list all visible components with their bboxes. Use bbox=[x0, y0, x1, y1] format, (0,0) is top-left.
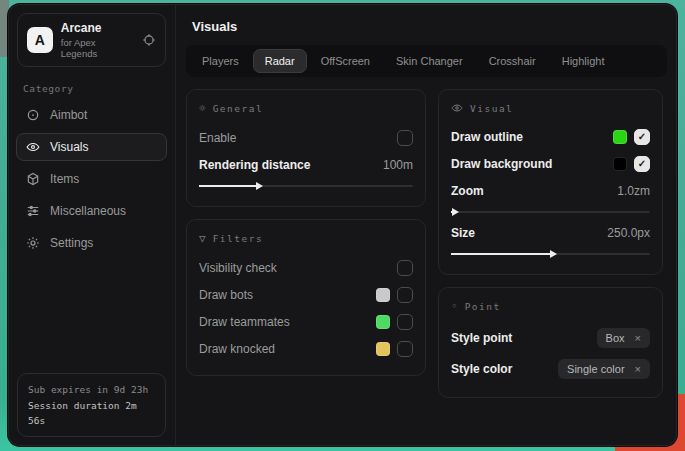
app-name: Arcane bbox=[61, 21, 134, 35]
zoom-label: Zoom bbox=[451, 184, 484, 198]
session-duration-text: Session duration 2m 56s bbox=[28, 398, 155, 428]
enable-label: Enable bbox=[199, 131, 236, 145]
size-slider[interactable] bbox=[451, 249, 650, 259]
rendering-distance-value: 100m bbox=[383, 158, 413, 172]
size-label: Size bbox=[451, 226, 475, 240]
close-icon[interactable]: × bbox=[635, 363, 641, 375]
style-color-value: Single color bbox=[567, 363, 624, 375]
app-window: A Arcane for Apex Legends Category Aimbo… bbox=[8, 4, 677, 446]
panel-title: Point bbox=[465, 301, 501, 312]
draw-outline-checkbox[interactable]: ✓ bbox=[634, 129, 650, 145]
check-icon: ✓ bbox=[638, 131, 646, 142]
crosshair-icon[interactable] bbox=[142, 33, 156, 47]
sidebar-item-label: Settings bbox=[50, 236, 93, 250]
draw-knocked-color-swatch[interactable] bbox=[376, 342, 390, 356]
sliders-icon bbox=[26, 204, 40, 218]
subscription-info-card: Sub expires in 9d 23h Session duration 2… bbox=[17, 373, 166, 437]
tab-crosshair[interactable]: Crosshair bbox=[477, 49, 548, 73]
content: ☼ General Enable Rendering distance 100m bbox=[176, 77, 677, 422]
tab-skin-changer[interactable]: Skin Changer bbox=[384, 49, 475, 73]
draw-teammates-label: Draw teammates bbox=[199, 315, 290, 329]
zoom-slider[interactable] bbox=[451, 207, 650, 217]
app-subtitle: for Apex Legends bbox=[61, 37, 134, 59]
panel-title: General bbox=[213, 103, 264, 114]
panel-title: Visual bbox=[470, 103, 513, 114]
style-point-value: Box bbox=[606, 332, 625, 344]
sidebar-item-label: Miscellaneous bbox=[50, 204, 126, 218]
sidebar-nav: Aimbot Visuals Items bbox=[8, 99, 175, 259]
draw-knocked-label: Draw knocked bbox=[199, 342, 275, 356]
size-value: 250.0px bbox=[607, 226, 650, 240]
visibility-check-label: Visibility check bbox=[199, 261, 277, 275]
draw-outline-color-swatch[interactable] bbox=[613, 130, 627, 144]
sidebar-item-settings[interactable]: Settings bbox=[16, 229, 167, 257]
tab-offscreen[interactable]: OffScreen bbox=[309, 49, 382, 73]
style-color-label: Style color bbox=[451, 362, 512, 376]
items-cube-icon bbox=[26, 172, 40, 186]
tab-highlight[interactable]: Highlight bbox=[550, 49, 617, 73]
aimbot-icon bbox=[26, 108, 40, 122]
sidebar-item-label: Visuals bbox=[50, 140, 88, 154]
category-label: Category bbox=[23, 83, 160, 94]
filters-panel: ▽ Filters Visibility check Draw bots bbox=[186, 219, 426, 376]
style-point-select[interactable]: Box × bbox=[597, 328, 650, 348]
main-area: Visuals Players Radar OffScreen Skin Cha… bbox=[176, 4, 677, 446]
close-icon[interactable]: × bbox=[635, 332, 641, 344]
style-point-label: Style point bbox=[451, 331, 512, 345]
draw-bots-color-swatch[interactable] bbox=[376, 288, 390, 302]
tab-bar: Players Radar OffScreen Skin Changer Cro… bbox=[186, 45, 667, 77]
sidebar-item-label: Aimbot bbox=[50, 108, 87, 122]
sidebar: A Arcane for Apex Legends Category Aimbo… bbox=[8, 4, 176, 446]
enable-checkbox[interactable] bbox=[397, 130, 413, 146]
visual-panel: Visual Draw outline ✓ Draw background bbox=[438, 89, 663, 275]
tab-players[interactable]: Players bbox=[190, 49, 251, 73]
page-title: Visuals bbox=[176, 4, 677, 45]
sidebar-item-miscellaneous[interactable]: Miscellaneous bbox=[16, 197, 167, 225]
app-logo: A bbox=[27, 27, 53, 53]
general-panel: ☼ General Enable Rendering distance 100m bbox=[186, 89, 426, 207]
point-panel: ◦ Point Style point Box × Style bbox=[438, 287, 663, 398]
tab-radar[interactable]: Radar bbox=[253, 49, 307, 73]
slider-thumb bbox=[550, 250, 557, 258]
sidebar-item-visuals[interactable]: Visuals bbox=[16, 133, 167, 161]
draw-teammates-checkbox[interactable] bbox=[397, 314, 413, 330]
general-gear-icon: ☼ bbox=[199, 102, 206, 115]
rendering-distance-slider[interactable] bbox=[199, 181, 413, 191]
draw-outline-label: Draw outline bbox=[451, 130, 523, 144]
visuals-icon bbox=[26, 140, 40, 154]
draw-background-label: Draw background bbox=[451, 157, 552, 171]
funnel-icon: ▽ bbox=[199, 232, 206, 245]
zoom-value: 1.0zm bbox=[617, 184, 650, 198]
slider-thumb bbox=[256, 182, 263, 190]
style-color-select[interactable]: Single color × bbox=[558, 359, 650, 379]
slider-thumb bbox=[452, 208, 459, 216]
rendering-distance-label: Rendering distance bbox=[199, 158, 310, 172]
draw-background-checkbox[interactable]: ✓ bbox=[634, 156, 650, 172]
gear-icon bbox=[26, 236, 40, 250]
draw-knocked-checkbox[interactable] bbox=[397, 341, 413, 357]
panel-title: Filters bbox=[213, 233, 264, 244]
check-icon: ✓ bbox=[638, 158, 646, 169]
draw-bots-label: Draw bots bbox=[199, 288, 253, 302]
sidebar-item-aimbot[interactable]: Aimbot bbox=[16, 101, 167, 129]
draw-teammates-color-swatch[interactable] bbox=[376, 315, 390, 329]
eye-icon bbox=[451, 102, 463, 114]
sidebar-item-label: Items bbox=[50, 172, 79, 186]
sub-expires-text: Sub expires in 9d 23h bbox=[28, 382, 155, 397]
visibility-check-checkbox[interactable] bbox=[397, 260, 413, 276]
brand-card: A Arcane for Apex Legends bbox=[17, 13, 166, 67]
draw-bots-checkbox[interactable] bbox=[397, 287, 413, 303]
draw-background-color-swatch[interactable] bbox=[613, 157, 627, 171]
sidebar-item-items[interactable]: Items bbox=[16, 165, 167, 193]
point-dot-icon: ◦ bbox=[451, 300, 458, 313]
